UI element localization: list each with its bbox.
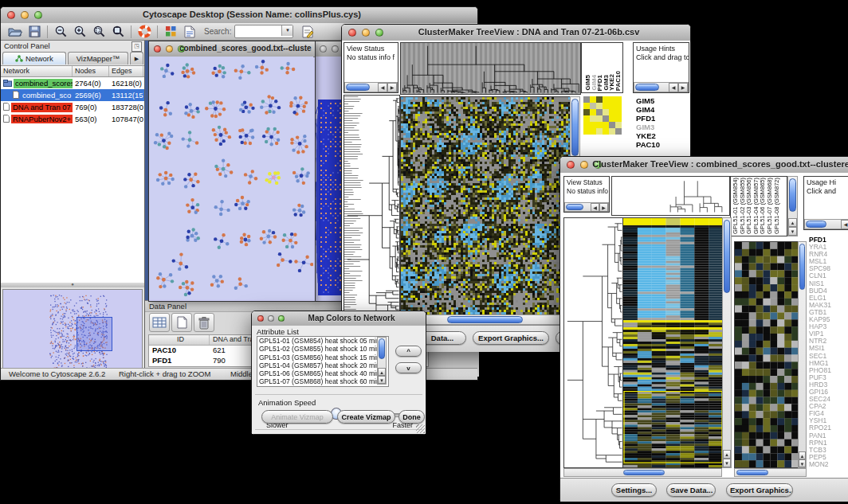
usage-hints-scrollbar[interactable]: ◀ ▶ [804,219,848,229]
close-icon[interactable] [567,161,575,169]
zoom-selected-icon[interactable] [89,24,108,40]
gene-label[interactable]: PAC10 [634,140,690,149]
export-graphics-button[interactable]: Export Graphics... [726,483,793,497]
network-name: DNA and Tran 07 [11,103,73,112]
attribute-list-item[interactable]: GPL51-04 (GSM857) heat shock 20 min [257,361,388,369]
gene-label[interactable]: YKE2 [634,131,690,140]
column-header-network[interactable]: Network [1,66,73,76]
network-overview-panel[interactable] [2,289,143,373]
done-button[interactable]: Done [398,410,425,424]
animate-vizmap-button[interactable]: Animate Vizmap [261,410,333,424]
treeview2-title-bar[interactable]: ClusterMaker TreeView : combined_scores_… [560,157,848,174]
move-down-button[interactable]: v [395,362,422,373]
table-icon[interactable] [149,313,170,332]
annotation-icon[interactable] [180,24,199,40]
attribute-list-scrollbar[interactable]: ▲ ▼ [377,337,387,385]
chevron-down-icon[interactable]: ▼ [281,25,292,36]
network-edges-count: 13112(15) [109,91,143,100]
save-data-button[interactable]: Save Data... [666,483,716,497]
gene-label[interactable]: GIM4 [634,105,690,114]
network-row[interactable]: DNA and Tran 07769(0)183728(0) [1,101,145,113]
gene-label[interactable]: GIM3 [634,123,690,131]
attribute-list-item[interactable]: GPL51-01 (GSM854) heat shock 05 min [257,337,388,345]
gene-label-list[interactable]: PFD1YRA1RNR4MSL1SPC98CLN1NIS1BUD4ELG1MAK… [807,236,848,469]
save-data-label: Data... [431,334,454,342]
attribute-list-item[interactable]: GPL51-02 (GSM855) heat shock 10 min [257,345,388,353]
panel-divider-handle[interactable]: ● [1,283,144,287]
network-canvas[interactable] [149,57,313,299]
create-vizmap-button[interactable]: Create Vizmap [337,410,395,424]
network-table: NetworkNodesEdges combined_scores2764(0)… [1,65,145,125]
treeview1-title-bar[interactable]: ClusterMaker TreeView : DNA and Tran 07-… [342,25,690,41]
network-name-cell: combined_scores [1,79,73,88]
save-icon[interactable] [25,24,44,40]
column-header[interactable]: ID [149,335,210,345]
gene-dendrogram[interactable] [563,217,623,468]
heatmap-canvas[interactable] [622,217,724,468]
attribute-list-item[interactable]: GPL51-06 (GSM865) heat shock 40 min [257,369,388,377]
resize-grip[interactable] [416,424,425,433]
help-ring-icon[interactable] [135,24,154,40]
network-name-cell: combined_sco [1,91,73,100]
settings-button[interactable]: Settings... [611,483,657,497]
array-labels-scrollbar[interactable]: ▲ ▼ [787,176,798,236]
minimize-icon[interactable] [166,45,173,53]
zoom-in-icon[interactable] [70,24,89,40]
zoom-heatmap-canvas[interactable] [734,241,799,468]
treeview-window-combined: ClusterMaker TreeView : combined_scores_… [559,156,848,500]
column-dendrogram[interactable] [400,42,581,95]
tab-overflow-button[interactable]: ▶ [130,52,143,64]
network-view-title-bar[interactable]: combined_scores_good.txt--cluste... [149,41,315,57]
trash-icon[interactable] [194,313,214,332]
attribute-list[interactable]: GPL51-01 (GSM854) heat shock 05 minGPL51… [257,336,389,387]
minimize-icon[interactable] [580,161,588,169]
close-icon[interactable] [7,11,15,19]
column-header-edges[interactable]: Edges [109,66,143,76]
gene-dendrogram[interactable] [344,95,400,325]
zoom-horizontal-scrollbar[interactable] [734,468,807,477]
view-status-scrollbar[interactable]: ◀ ▶ [564,202,609,212]
column-header-nodes[interactable]: Nodes [73,66,109,76]
attribute-editor-icon[interactable] [298,24,317,40]
network-row[interactable]: combined_scores2764(0)16218(0) [1,77,145,89]
usage-hints-scrollbar[interactable]: ◀ ▶ [634,82,689,92]
tab-network[interactable]: Network [2,52,66,64]
minimize-icon[interactable] [21,11,29,19]
gene-label[interactable]: GIM5 [634,96,690,105]
close-icon[interactable] [348,29,356,37]
zoom-vertical-scrollbar[interactable]: ▲ ▼ [798,241,807,468]
desktop-background: { "colors": { "selection_blue": "#3875d7… [0,0,848,504]
view-status-scrollbar[interactable]: ◀ ▶ [344,82,398,92]
network-row[interactable]: combined_sco2569(6)13112(15) [1,89,145,101]
summary-heatmap[interactable] [583,96,622,135]
export-graphics-button[interactable]: Export Graphics... [473,331,549,345]
open-folder-icon[interactable] [6,24,25,40]
tab-vizmapper[interactable]: VizMapper™ [68,52,128,64]
gene-label[interactable]: MON2 [807,461,848,468]
zoom-fit-icon[interactable] [108,24,128,40]
float-panel-icon[interactable]: ◳ [132,41,142,52]
attribute-list-item[interactable]: GPL51-07 (GSM868) heat shock 60 min [257,377,388,385]
minimize-icon[interactable] [362,29,370,37]
column-dendrogram[interactable] [611,176,730,216]
search-input[interactable]: ▼ [234,25,293,38]
minimize-icon[interactable] [268,315,274,322]
close-icon[interactable] [154,45,161,53]
heatmap-horizontal-scrollbar[interactable] [563,468,722,477]
network-name-cell: DNA and Tran 07 [1,103,73,112]
map-colors-title-bar[interactable]: Map Colors to Network [252,311,426,326]
gene-label-list[interactable]: GIM5GIM4PFD1GIM3YKE2PAC10 [634,96,690,160]
heatmap-canvas[interactable] [400,96,571,316]
document-icon [3,115,10,124]
gene-label[interactable]: PFD1 [634,114,690,123]
move-up-button[interactable]: ^ [395,346,422,357]
close-icon[interactable] [257,315,264,322]
zoom-out-icon[interactable] [51,24,70,40]
attribute-list-item[interactable]: GPL51-03 (GSM856) heat shock 15 min [257,354,388,361]
main-title-bar[interactable]: Cytoscape Desktop (Session Name: collins… [1,7,477,24]
heatmap-vertical-scrollbar[interactable]: ▲ ▼ [722,217,732,468]
vizmap-icon[interactable] [161,24,180,40]
new-document-icon[interactable] [171,313,192,332]
minimize-icon[interactable] [332,45,339,53]
close-icon[interactable] [320,45,327,53]
